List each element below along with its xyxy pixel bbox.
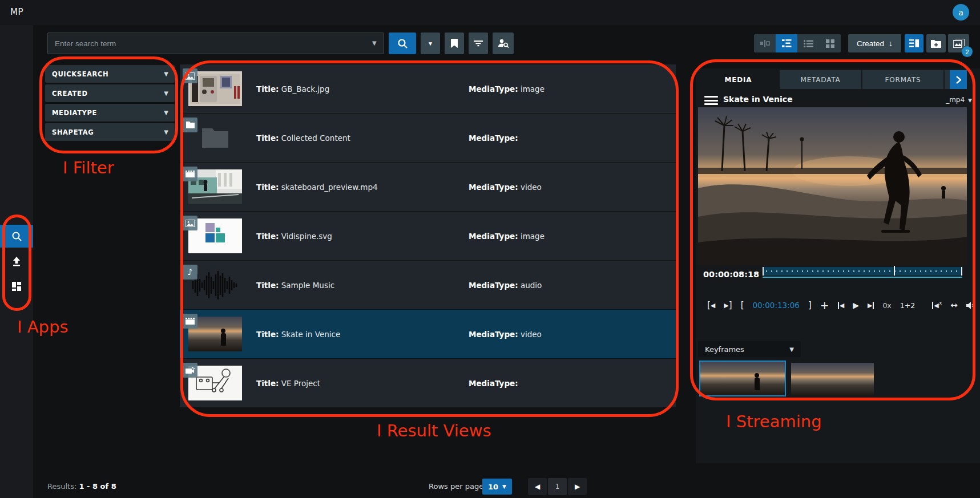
transport-controls: [◀ ▶] [ 00:00:13:06 ] + ◀ ▶ ▶ 0x 1+2 ◀x … (696, 295, 980, 315)
keyframes-select[interactable]: Keyframes ▼ (698, 341, 801, 357)
chevron-down-icon: ▼ (502, 484, 506, 489)
video-edit-icon (183, 363, 197, 378)
mark-timecode: 00:00:13:06 (753, 301, 800, 310)
media-bin-button[interactable]: 2 (948, 34, 969, 52)
new-collection-button[interactable] (926, 34, 946, 52)
result-row-sample-music[interactable]: ♪ Title: Sample Music MediaType: audio (180, 261, 676, 309)
arrow-down-icon: ↓ (889, 39, 893, 48)
result-row-collected-content[interactable]: Title: Collected Content MediaType: (180, 114, 676, 162)
shuttle-icon[interactable]: ↔ (950, 300, 958, 310)
tab-media[interactable]: MEDIA (698, 70, 779, 89)
bookmark-icon (450, 39, 458, 48)
chevron-down-icon: ▼ (789, 346, 794, 353)
film-icon (183, 314, 197, 329)
buffer-line (763, 277, 962, 278)
rows-per-page-label: Rows per page: (429, 482, 486, 491)
volume-icon[interactable] (966, 302, 975, 309)
chevron-right-icon: ▶ (575, 483, 580, 491)
timeline-scrubber[interactable] (763, 267, 962, 276)
format-select[interactable]: _mp4▼ (946, 96, 972, 104)
menu-icon[interactable] (704, 96, 718, 106)
filter-accordion-mediatype[interactable]: MEDIATYPE ▼ (45, 104, 175, 122)
next-frame-button[interactable]: ▶ (868, 302, 874, 309)
audio-channels[interactable]: 1+2 (900, 301, 915, 310)
result-row-skate-in-venice[interactable]: Title: Skate in Venice MediaType: video (180, 310, 676, 358)
dashboard-icon (11, 281, 22, 292)
filter-button[interactable] (469, 33, 488, 54)
app-dashboard-button[interactable] (0, 275, 33, 298)
filter-accordion-shapetag[interactable]: SHAPETAG ▼ (45, 123, 175, 141)
photo-stack-icon (953, 39, 965, 48)
filter-accordion-created[interactable]: CREATED ▼ (45, 84, 175, 102)
search-options-dropdown-button[interactable]: ▼ (421, 33, 440, 54)
person-search-icon (498, 38, 509, 48)
search-input-caret-icon[interactable]: ▼ (372, 40, 377, 46)
result-row-skateboard-preview[interactable]: Title: skateboard_preview.mp4 MediaType:… (180, 163, 676, 211)
app-upload-button[interactable] (0, 250, 33, 273)
view-timeline-button[interactable] (754, 34, 776, 52)
chevron-down-icon: ▼ (968, 98, 972, 103)
rows-per-page-select[interactable]: 10 ▼ (482, 479, 512, 495)
timeline-ticks (766, 270, 959, 272)
mediatype-label: MediaType: (469, 84, 518, 94)
annotation-label-filter: I Filter (63, 158, 114, 177)
chevron-down-icon: ▼ (164, 129, 168, 135)
tab-formats[interactable]: FORMATS (862, 70, 943, 89)
playhead[interactable] (894, 266, 895, 276)
app-window: MP a ▼ ▼ (0, 0, 980, 498)
video-player[interactable] (698, 107, 967, 265)
app-rail (0, 25, 33, 498)
go-to-out-button[interactable]: ▶] (724, 300, 732, 310)
search-button[interactable] (389, 33, 416, 54)
saved-searches-button[interactable] (445, 33, 464, 54)
go-to-in-button[interactable]: [◀ (707, 300, 715, 310)
app-search-button[interactable] (0, 225, 33, 248)
title-label: Title: (256, 84, 279, 94)
view-detail-list-button[interactable] (776, 34, 797, 52)
mediatype-value: image (521, 84, 545, 94)
current-timecode: 00:00:08:18 (703, 270, 759, 279)
chevron-down-icon: ▼ (164, 71, 168, 77)
chevron-left-icon: ◀ (535, 483, 540, 491)
top-bar (0, 0, 980, 25)
set-out-button[interactable]: ] (808, 300, 812, 310)
toggle-detail-panel-button[interactable] (905, 34, 923, 52)
keyframe-thumbnail-selected[interactable] (699, 361, 786, 396)
search-input[interactable] (47, 33, 384, 54)
view-switcher (754, 34, 841, 52)
previous-page-button[interactable]: ◀ (528, 478, 547, 495)
view-list-button[interactable] (797, 34, 819, 52)
add-marker-button[interactable]: + (820, 299, 829, 311)
set-in-button[interactable]: [ (741, 300, 744, 310)
results-list: Title: GB_Back.jpg MediaType: image Titl… (180, 64, 676, 408)
chevron-down-icon: ▼ (164, 90, 168, 96)
chevron-down-icon: ▼ (428, 41, 433, 47)
next-page-button[interactable]: ▶ (568, 478, 587, 495)
loop-toggle-icon[interactable]: ◀x (932, 302, 942, 309)
music-note-icon: ♪ (183, 265, 197, 280)
folder-plus-icon (931, 39, 941, 48)
playback-speed[interactable]: 0x (882, 301, 891, 310)
user-search-button[interactable] (493, 33, 514, 54)
details-panel: MEDIA METADATA FORMATS F Skate in Venice… (696, 68, 980, 463)
result-row-vidispine-svg[interactable]: Title: Vidispine.svg MediaType: image (180, 212, 676, 260)
page-number[interactable]: 1 (548, 478, 567, 495)
tab-metadata[interactable]: METADATA (780, 70, 861, 89)
media-bin-count-badge: 2 (962, 46, 973, 57)
keyframe-thumbnail[interactable] (791, 363, 874, 396)
view-grid-button[interactable] (819, 34, 841, 52)
sort-button[interactable]: Created ↓ (848, 34, 901, 52)
image-icon (183, 216, 197, 230)
title-value: GB_Back.jpg (281, 84, 329, 94)
result-row-ve-project[interactable]: Title: VE Project MediaType: (180, 359, 676, 407)
split-view-icon (909, 39, 919, 47)
film-icon (183, 167, 197, 181)
asset-title: Skate in Venice (723, 95, 793, 104)
tabs-scroll-right-button[interactable] (950, 70, 967, 89)
play-button[interactable]: ▶ (853, 301, 859, 310)
avatar[interactable]: a (953, 4, 969, 21)
result-row-gb-back[interactable]: Title: GB_Back.jpg MediaType: image (180, 64, 676, 113)
video-frame (698, 107, 967, 265)
filter-accordion-quicksearch[interactable]: QUICKSEARCH ▼ (45, 65, 175, 83)
previous-frame-button[interactable]: ◀ (838, 302, 844, 309)
